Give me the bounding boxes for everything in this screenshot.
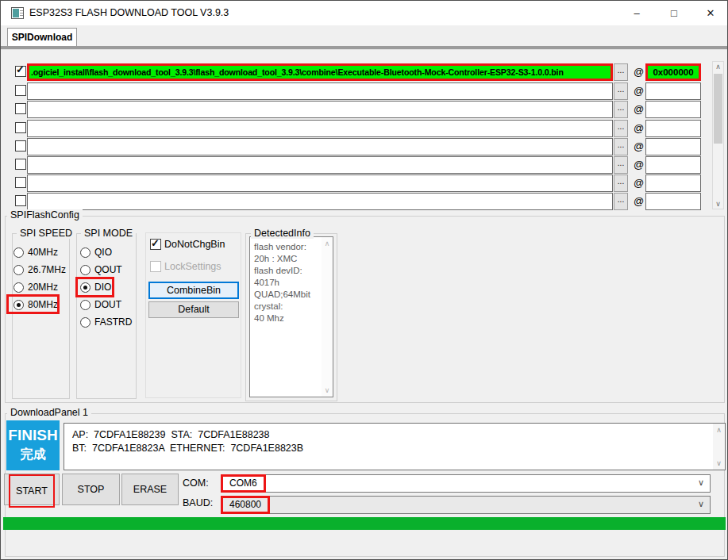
browse-button[interactable]: ...: [614, 156, 628, 174]
browse-button[interactable]: ...: [614, 101, 628, 118]
bin-path-input[interactable]: [27, 193, 613, 210]
row-checkbox[interactable]: ✓: [15, 66, 26, 77]
detected-line: flash vendor:: [254, 241, 329, 253]
com-value: COM6: [221, 474, 266, 493]
bin-path-input[interactable]: [27, 120, 613, 137]
radio-icon: [80, 300, 91, 310]
row-checkbox[interactable]: [15, 195, 26, 206]
flash-address-input[interactable]: [645, 193, 701, 210]
browse-button[interactable]: ...: [614, 175, 628, 192]
radio-label: DOUT: [94, 299, 121, 310]
browse-button[interactable]: ...: [614, 82, 628, 100]
tab-spidownload[interactable]: SPIDownload: [7, 28, 77, 46]
scroll-down-icon[interactable]: ∨: [713, 200, 723, 208]
row-checkbox[interactable]: [15, 177, 26, 188]
bin-path-input[interactable]: [27, 101, 613, 118]
chevron-down-icon[interactable]: ∨: [698, 499, 704, 509]
status-finish: FINISH: [6, 425, 60, 446]
baud-label: BAUD:: [183, 497, 213, 508]
radio-icon: [13, 282, 24, 293]
radio-dio[interactable]: DIO: [80, 281, 111, 293]
status-badge: FINISH 完成: [6, 420, 60, 470]
rows-scrollbar[interactable]: ∧ ∨: [712, 61, 724, 209]
radio-label: QOUT: [94, 264, 122, 275]
default-button[interactable]: Default: [148, 301, 239, 318]
browse-button[interactable]: ...: [614, 63, 628, 81]
donotchgbin-checkbox[interactable]: ✓: [150, 239, 161, 250]
radio-label: QIO: [94, 247, 112, 258]
radio-icon: [13, 265, 24, 275]
scroll-up-icon[interactable]: ∧: [713, 426, 725, 434]
close-button[interactable]: ✕: [695, 1, 726, 25]
browse-button[interactable]: ...: [614, 193, 628, 210]
combinebin-button[interactable]: CombineBin: [148, 282, 239, 299]
mac-info-box[interactable]: AP: 7CDFA1E88239 STA: 7CDFA1E88238 BT: 7…: [64, 423, 726, 470]
radio-fastrd[interactable]: FASTRD: [80, 316, 132, 328]
bin-path-input[interactable]: [27, 175, 613, 192]
browse-button[interactable]: ...: [614, 120, 628, 137]
progress-bar: [3, 517, 726, 530]
detected-line: 40 Mhz: [254, 313, 329, 324]
row-checkbox[interactable]: [15, 122, 26, 133]
detected-line: crystal:: [254, 301, 329, 313]
radio-dout[interactable]: DOUT: [80, 298, 121, 311]
status-finish-cn: 完成: [6, 446, 60, 463]
browse-button[interactable]: ...: [614, 138, 628, 155]
radio-26-7mhz[interactable]: 26.7MHz: [13, 263, 66, 276]
locksettings-checkbox[interactable]: [150, 261, 161, 272]
bin-path-input[interactable]: [27, 156, 613, 174]
radio-label: 40MHz: [28, 247, 58, 258]
radio-qio[interactable]: QIO: [80, 246, 112, 259]
stop-button[interactable]: STOP: [62, 474, 120, 505]
detectedinfo-scrollbar[interactable]: ∧ ∨: [322, 237, 333, 397]
radio-icon: [80, 247, 91, 258]
detected-line: 4017h: [254, 277, 329, 289]
radio-qout[interactable]: QOUT: [80, 263, 122, 276]
com-label: COM:: [183, 478, 209, 489]
baud-value: 460800: [221, 496, 270, 514]
row-checkbox[interactable]: [15, 85, 26, 96]
row-checkbox[interactable]: [15, 140, 26, 152]
radio-20mhz[interactable]: 20MHz: [13, 281, 58, 293]
detected-line: 20h : XMC: [254, 253, 329, 265]
flash-address-input[interactable]: [645, 101, 701, 118]
radio-icon: [80, 282, 91, 293]
scroll-up-icon[interactable]: ∧: [713, 63, 723, 71]
progress-fill: [3, 517, 726, 530]
minimize-button[interactable]: –: [622, 1, 652, 25]
baud-select[interactable]: 460800 ∨: [221, 496, 711, 514]
file-row: ... @: [1, 82, 728, 101]
flash-address-input[interactable]: [645, 156, 701, 174]
start-button[interactable]: START: [4, 474, 60, 505]
macbox-scrollbar[interactable]: ∧ ∨: [713, 424, 725, 470]
file-row: ... @: [1, 138, 728, 156]
radio-label: 80MHz: [28, 299, 58, 310]
flash-address-input[interactable]: [645, 82, 701, 100]
scroll-up-icon[interactable]: ∧: [322, 240, 333, 247]
erase-button[interactable]: ERASE: [121, 474, 179, 505]
row-checkbox[interactable]: [15, 103, 26, 114]
flash-address-input[interactable]: [645, 138, 701, 155]
scroll-down-icon[interactable]: ∨: [713, 459, 725, 467]
bin-path-input[interactable]: [27, 138, 613, 155]
bin-path-input[interactable]: .ogiciel_install\flash_download_tool_3.9…: [27, 63, 613, 81]
scrollbar-thumb[interactable]: [714, 74, 722, 144]
spi-mode-title: SPI MODE: [81, 228, 136, 239]
title-bar: ESP32S3 FLASH DOWNLOAD TOOL V3.9.3 – □ ✕: [1, 1, 727, 25]
row-checkbox[interactable]: [15, 159, 26, 170]
app-window: ESP32S3 FLASH DOWNLOAD TOOL V3.9.3 – □ ✕…: [0, 0, 728, 560]
flash-address-input[interactable]: [645, 175, 701, 192]
scroll-down-icon[interactable]: ∨: [322, 386, 333, 394]
spi-speed-title: SPI SPEED: [17, 228, 75, 239]
maximize-button[interactable]: □: [659, 1, 689, 25]
flash-address-input[interactable]: [645, 120, 701, 137]
tab-page-edge: [1, 46, 727, 50]
bin-path-input[interactable]: [27, 82, 613, 100]
radio-40mhz[interactable]: 40MHz: [13, 246, 58, 259]
check-icon: ✓: [151, 238, 162, 249]
flash-address-input[interactable]: 0x000000: [645, 63, 701, 81]
chevron-down-icon[interactable]: ∨: [698, 478, 704, 488]
com-select[interactable]: COM6 ∨: [221, 474, 711, 493]
radio-80mhz[interactable]: 80MHz: [13, 298, 58, 311]
radio-icon: [13, 300, 24, 310]
